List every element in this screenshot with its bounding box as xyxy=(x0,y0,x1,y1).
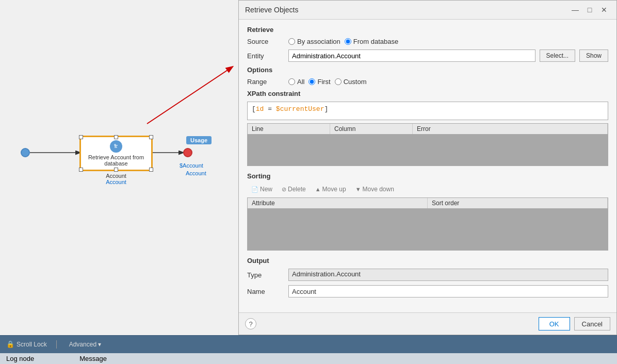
all-label: All xyxy=(297,78,304,86)
error-table: Line Column Error xyxy=(247,123,608,166)
start-circle xyxy=(21,148,30,157)
from-database-label: From database xyxy=(353,38,398,45)
first-radio[interactable]: First xyxy=(308,78,330,86)
range-row: Range All First Custom xyxy=(247,78,608,86)
by-association-radio[interactable]: By association xyxy=(288,38,340,45)
xpath-section: XPath constraint [id = $currentUser] Lin… xyxy=(247,90,608,166)
usage-badge: Usage xyxy=(186,136,212,144)
options-section: Options Range All First xyxy=(247,66,608,86)
from-database-radio[interactable]: From database xyxy=(345,38,398,45)
name-label: Name xyxy=(247,288,288,295)
dialog-content: Retrieve Source By association From data… xyxy=(239,20,616,312)
dollar-account-label: $Account xyxy=(180,162,203,169)
footer-right: OK Cancel xyxy=(539,317,610,330)
source-controls: By association From database xyxy=(288,38,608,45)
retrieve-objects-dialog: Retrieve Objects — □ ✕ Retrieve Source B… xyxy=(238,0,617,335)
new-sort-button[interactable]: 📄 New xyxy=(247,184,277,194)
show-button[interactable]: Show xyxy=(579,49,608,62)
xpath-bracket-open: [ xyxy=(252,105,256,113)
entity-row: Entity Select... Show xyxy=(247,49,608,62)
new-icon: 📄 xyxy=(251,186,258,193)
retrieve-section-header: Retrieve xyxy=(247,26,608,34)
xpath-equals: = xyxy=(264,105,275,113)
svg-line-2 xyxy=(147,67,232,124)
sorting-toolbar: 📄 New ⊘ Delete ▲ Move up ▼ Move down xyxy=(247,184,608,194)
type-row: Type Administration.Account xyxy=(247,269,608,281)
all-radio[interactable]: All xyxy=(288,78,304,86)
sorting-section: Sorting 📄 New ⊘ Delete ▲ Move up xyxy=(247,172,608,251)
move-down-button[interactable]: ▼ Move down xyxy=(351,184,398,194)
from-database-input[interactable] xyxy=(345,38,351,45)
error-table-body xyxy=(248,135,608,166)
bottom-bar: 🔒 Scroll Lock Advanced ▾ Log node Messag… xyxy=(0,335,617,364)
by-association-label: By association xyxy=(297,38,340,45)
all-radio-input[interactable] xyxy=(288,78,295,85)
move-down-label: Move down xyxy=(363,186,394,193)
svg-point-4 xyxy=(115,144,116,146)
dialog-footer: ? OK Cancel xyxy=(239,312,616,335)
range-label: Range xyxy=(247,78,288,86)
node-icon xyxy=(110,140,122,153)
xpath-header: XPath constraint xyxy=(247,90,608,97)
custom-radio[interactable]: Custom xyxy=(335,78,367,86)
status-bar: 🔒 Scroll Lock Advanced ▾ xyxy=(0,335,617,353)
delete-label: Delete xyxy=(288,186,306,193)
footer-left: ? xyxy=(245,318,256,329)
output-header: Output xyxy=(247,257,608,264)
error-table-header: Line Column Error xyxy=(248,124,608,135)
sort-table: Attribute Sort order xyxy=(247,197,608,251)
retrieve-node[interactable]: Retrieve Account from database xyxy=(80,136,152,171)
xpath-input[interactable]: [id = $currentUser] xyxy=(247,102,608,120)
error-column-header: Error xyxy=(413,124,608,134)
delete-icon: ⊘ xyxy=(282,186,286,193)
custom-radio-input[interactable] xyxy=(335,78,342,85)
maximize-button[interactable]: □ xyxy=(583,5,596,15)
name-input[interactable] xyxy=(288,285,608,297)
minimize-button[interactable]: — xyxy=(569,5,581,15)
xpath-bracket-close: ] xyxy=(324,105,328,113)
cancel-button[interactable]: Cancel xyxy=(574,317,610,330)
move-up-button[interactable]: ▲ Move up xyxy=(311,184,350,194)
close-button[interactable]: ✕ xyxy=(598,5,610,15)
message-header: Message xyxy=(79,355,107,362)
name-row: Name xyxy=(247,285,608,297)
sort-table-header: Attribute Sort order xyxy=(248,198,608,209)
entity-input[interactable] xyxy=(288,49,535,62)
dialog-title: Retrieve Objects xyxy=(245,6,298,14)
first-radio-input[interactable] xyxy=(308,78,315,85)
node-label: Retrieve Account from database xyxy=(85,154,147,167)
account-caption: Account xyxy=(186,170,206,176)
source-label: Source xyxy=(247,38,288,45)
node-caption: Account Account xyxy=(101,173,132,185)
xpath-id: id xyxy=(256,105,264,113)
output-section: Output Type Administration.Account Name xyxy=(247,257,608,297)
column-column-header: Column xyxy=(330,124,413,134)
select-button[interactable]: Select... xyxy=(540,49,575,62)
type-label: Type xyxy=(247,271,288,279)
help-button[interactable]: ? xyxy=(245,318,256,329)
log-row: Log node Message xyxy=(0,353,617,364)
advanced-label: Advanced xyxy=(69,341,96,348)
move-up-icon: ▲ xyxy=(315,186,321,192)
status-separator xyxy=(56,340,57,349)
advanced-button[interactable]: Advanced ▾ xyxy=(66,340,104,349)
custom-label: Custom xyxy=(344,78,367,86)
first-label: First xyxy=(317,78,330,86)
lock-icon: 🔒 xyxy=(6,340,14,348)
scroll-lock-label: Scroll Lock xyxy=(17,341,47,348)
delete-sort-button[interactable]: ⊘ Delete xyxy=(278,184,310,194)
scroll-lock-item: 🔒 Scroll Lock xyxy=(6,340,47,348)
range-controls: All First Custom xyxy=(288,78,608,86)
entity-controls: Select... Show xyxy=(288,49,608,62)
sorting-header: Sorting xyxy=(247,172,608,180)
new-label: New xyxy=(260,186,272,193)
xpath-value: $currentUser xyxy=(276,105,324,113)
sort-order-column-header: Sort order xyxy=(428,198,608,208)
sort-table-body xyxy=(248,209,608,250)
source-row: Source By association From database xyxy=(247,38,608,45)
canvas-area: Retrieve Account from database Account A… xyxy=(0,0,238,335)
move-down-icon: ▼ xyxy=(355,186,361,192)
by-association-input[interactable] xyxy=(288,38,295,45)
ok-button[interactable]: OK xyxy=(539,317,570,330)
line-column-header: Line xyxy=(248,124,330,134)
